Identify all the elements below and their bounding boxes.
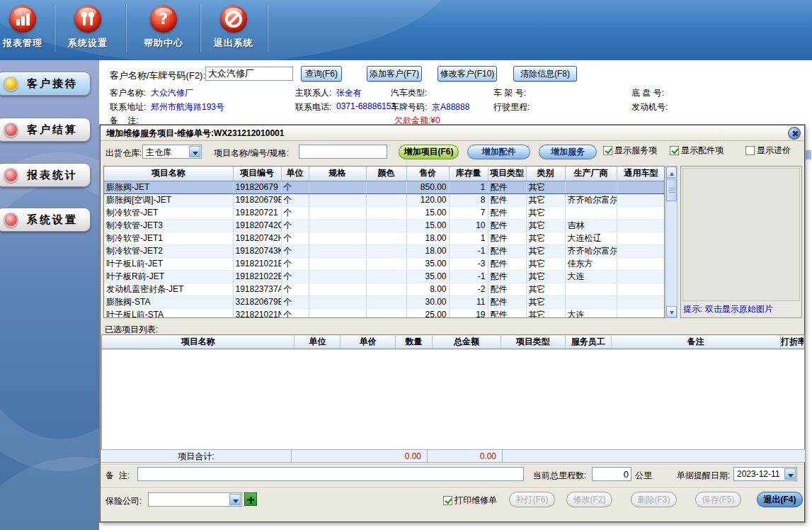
selected-column-header[interactable]: 单位 [295, 335, 341, 349]
cell: 个 [281, 219, 309, 232]
sidebar-item-2[interactable]: 客户结算 [0, 118, 91, 142]
dialog-remark-input[interactable] [137, 467, 524, 481]
table-row[interactable]: 发动机盖密封条-JET191823737A个8.00-2配件其它 [104, 283, 665, 295]
selected-column-header[interactable]: 数量 [396, 335, 433, 349]
table-row[interactable]: 膨胀阀-STA321820679B个30.0011配件其它 [104, 295, 665, 308]
cell: 321821021N [233, 308, 281, 318]
cell: 120.00 [406, 193, 449, 206]
insurance-select[interactable] [148, 492, 242, 507]
selected-table-header: 项目名称单位单价数量总金额项目类型服务员工备注打折率 [101, 334, 805, 349]
sidebar-item-4[interactable]: 系统设置 [0, 208, 91, 232]
toolbar-item-4[interactable]: 退出系统 [201, 6, 266, 50]
column-header[interactable]: 项目名称 [104, 167, 233, 181]
close-icon[interactable] [788, 127, 801, 140]
mileage-input[interactable] [592, 467, 631, 481]
action-button-4: 保存(F5) [695, 492, 741, 507]
cell [366, 257, 406, 270]
column-header[interactable]: 单位 [281, 167, 309, 181]
column-header[interactable]: 项目类型 [488, 167, 526, 181]
cell: 发动机盖密封条-JET [104, 283, 233, 295]
chevron-down-icon[interactable] [189, 146, 200, 157]
add-part-button[interactable]: 增加配件 [467, 145, 530, 159]
filter-checkbox-1[interactable]: 显示服务项 [603, 145, 657, 157]
add-service-button[interactable]: 增加服务 [539, 145, 597, 159]
image-preview-panel[interactable]: 提示: 双击显示原始图片 [680, 166, 802, 318]
table-row[interactable]: 膨胀阀[空调]-JET191820679E个120.008配件其它齐齐哈尔富尔 [104, 193, 665, 206]
sidebar-item-label: 客户接待 [27, 77, 78, 91]
toolbar-separator [55, 4, 55, 52]
toolbar-item-2[interactable]: 系统设置 [55, 6, 120, 50]
column-header[interactable]: 库存量 [449, 167, 488, 181]
cell: 19 [449, 308, 488, 318]
cell: 个 [281, 206, 309, 219]
chevron-down-icon[interactable] [229, 494, 241, 505]
search-action-button-4[interactable]: 清除信息(F8) [513, 66, 577, 81]
item-search-input[interactable] [299, 145, 387, 159]
checkbox-icon[interactable] [745, 146, 755, 155]
cell: 1 [449, 232, 488, 244]
remind-date-select[interactable]: 2023-12-11 [733, 467, 797, 481]
column-header[interactable]: 类别 [526, 167, 565, 181]
toolbar-item-label: 帮助中心 [131, 37, 196, 50]
checkbox-icon[interactable] [443, 496, 452, 505]
cell: 齐齐哈尔富尔 [565, 244, 617, 257]
sidebar-item-3[interactable]: 报表统计 [0, 163, 91, 187]
selected-column-header[interactable]: 备注 [612, 335, 782, 349]
table-row[interactable]: 制冷软管-JET191820721个15.007配件其它 [104, 206, 665, 219]
column-header[interactable]: 项目编号 [233, 167, 281, 181]
column-header[interactable]: 生产厂商 [565, 167, 617, 181]
cell: 配件 [488, 270, 526, 283]
scroll-down-icon[interactable] [666, 306, 677, 317]
toolbar-separator [200, 4, 201, 52]
exit-button[interactable]: 退出(F4) [757, 492, 803, 507]
scroll-up-icon[interactable] [666, 167, 677, 178]
selected-column-header[interactable]: 项目类型 [501, 335, 566, 349]
add-insurance-button[interactable] [244, 492, 257, 506]
checkbox-icon[interactable] [670, 146, 679, 155]
warehouse-select[interactable]: 主仓库 [142, 145, 202, 159]
items-scrollbar[interactable] [665, 166, 677, 318]
search-action-button-3[interactable]: 修改客户(F10) [438, 66, 497, 81]
preview-hint: 提示: 双击显示原始图片 [683, 303, 773, 315]
table-row[interactable]: 叶子板R前-JET191821022E个35.00-1配件其它大连 [104, 270, 665, 283]
selected-column-header[interactable]: 总金额 [433, 335, 501, 349]
table-row[interactable]: 膨胀阀-JET191820679个850.001配件其它 [104, 181, 665, 193]
selected-column-header[interactable]: 打折率 [781, 335, 804, 349]
selected-column-header[interactable]: 服务员工 [566, 335, 612, 349]
cell [617, 283, 665, 295]
filter-checkbox-3[interactable]: 显示进价 [745, 145, 791, 157]
column-header[interactable]: 售价 [406, 167, 449, 181]
preview-image-area[interactable] [682, 168, 800, 301]
table-row[interactable]: 叶子板L前-JET191821021E个35.00-3配件其它佳东方 [104, 257, 665, 270]
selected-column-header[interactable]: 项目名称 [102, 335, 295, 349]
sidebar-item-1[interactable]: 客户接待 [0, 72, 91, 96]
search-action-button-2[interactable]: 添加客户(F7) [367, 66, 422, 81]
table-row[interactable]: 制冷软管-JET3191820742C个15.0010配件其它吉林 [104, 219, 665, 232]
cell [366, 270, 406, 283]
print-order-label: 打印维修单 [454, 495, 497, 507]
table-row[interactable]: 叶子板L前-STA321821021N个25.0019配件其它大连 [104, 308, 665, 318]
items-table: 项目名称项目编号单位规格颜色售价库存量项目类型类别生产厂商通用车型膨胀阀-JET… [104, 167, 665, 318]
filter-checkbox-2[interactable]: 显示配件项 [670, 145, 724, 157]
selected-column-header[interactable]: 单价 [341, 335, 396, 349]
table-row[interactable]: 制冷软管-JET1191820742H个18.001配件其它大连松辽 [104, 232, 665, 244]
add-item-button[interactable]: 增加项目(F6) [399, 145, 459, 159]
column-header[interactable]: 颜色 [366, 167, 406, 181]
toolbar-item-3[interactable]: ?帮助中心 [131, 6, 196, 50]
customer-search-input[interactable] [205, 67, 293, 81]
cell: 佳东方 [565, 257, 617, 270]
print-order-checkbox[interactable]: 打印维修单 [443, 495, 497, 507]
checkbox-icon[interactable] [603, 146, 612, 155]
cell [309, 219, 366, 232]
info-label: 发动机号: [631, 101, 668, 113]
toolbar-item-label: 报表管理 [0, 37, 55, 50]
items-header-row: 项目名称项目编号单位规格颜色售价库存量项目类型类别生产厂商通用车型 [104, 167, 665, 181]
table-row[interactable]: 制冷软管-JET2191820743K个18.00-1配件其它齐齐哈尔富尔 [104, 244, 665, 257]
search-action-button-1[interactable]: 查询(F6) [301, 66, 342, 81]
chevron-down-icon[interactable] [784, 468, 796, 480]
column-header[interactable]: 通用车型 [617, 167, 665, 181]
toolbar-item-1[interactable]: 报表管理 [0, 6, 55, 50]
cell: 191820743K [233, 244, 281, 257]
scrollbar-thumb[interactable] [666, 179, 677, 201]
column-header[interactable]: 规格 [309, 167, 366, 181]
